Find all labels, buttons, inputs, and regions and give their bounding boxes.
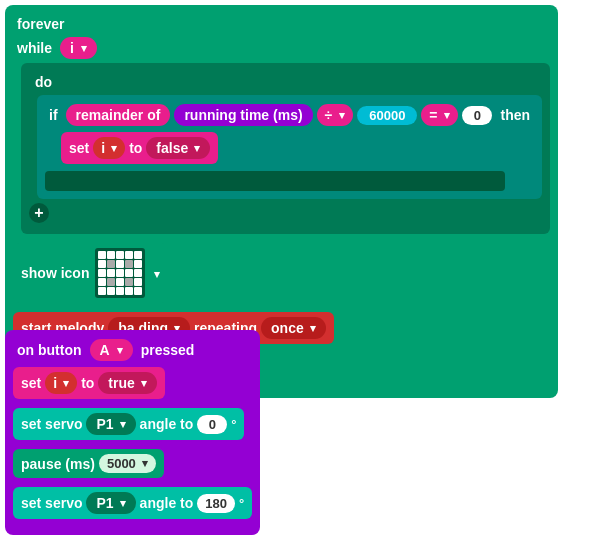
if-bottom-bar xyxy=(45,171,505,191)
do-label: do xyxy=(29,72,58,92)
on-button-block: on button A pressed set i to true set se… xyxy=(5,330,260,535)
once-dropdown[interactable]: once xyxy=(261,317,326,339)
forever-title-row: forever xyxy=(13,14,550,34)
angle-180-value[interactable]: 180 xyxy=(197,494,235,513)
forever-label: forever xyxy=(13,14,68,34)
angle-0-value[interactable]: 0 xyxy=(197,415,227,434)
if-block: if remainder of running time (ms) ÷ 6000… xyxy=(37,95,542,199)
icon-grid[interactable] xyxy=(95,248,145,298)
plus-row: + xyxy=(29,203,542,223)
while-label: while xyxy=(13,38,56,58)
if-row: if remainder of running time (ms) ÷ 6000… xyxy=(45,104,534,126)
servo-0-block: set servo P1 angle to 0 ° xyxy=(13,408,244,440)
equals-operator[interactable]: = xyxy=(421,104,458,126)
show-icon-row: show icon xyxy=(13,240,550,306)
set-block: set i to false xyxy=(61,132,218,164)
add-block-button[interactable]: + xyxy=(29,203,49,223)
servo-0-row: set servo P1 angle to 0 ° xyxy=(13,405,252,443)
servo-p1-dropdown[interactable]: P1 xyxy=(86,413,135,435)
pause-on-button-value[interactable]: 5000 xyxy=(99,454,156,473)
i-var-on-button[interactable]: i xyxy=(45,372,77,394)
servo-p1-dropdown-2[interactable]: P1 xyxy=(86,492,135,514)
running-time-pill: running time (ms) xyxy=(174,104,312,126)
on-label: on button xyxy=(13,340,86,360)
set-false-row: set i to false xyxy=(61,129,534,167)
on-button-title-row: on button A pressed xyxy=(13,339,252,361)
button-a-dropdown[interactable]: A xyxy=(90,339,133,361)
set-true-row: set i to true xyxy=(13,364,252,402)
pause-on-button-block: pause (ms) 5000 xyxy=(13,449,164,478)
true-value[interactable]: true xyxy=(98,372,156,394)
do-row: do xyxy=(29,72,542,92)
servo-180-row: set servo P1 angle to 180 ° xyxy=(13,484,252,522)
servo-180-block: set servo P1 angle to 180 ° xyxy=(13,487,252,519)
if-label: if xyxy=(45,105,62,125)
equals-value[interactable]: 0 xyxy=(462,106,492,125)
pressed-label: pressed xyxy=(137,340,199,360)
set-true-block: set i to true xyxy=(13,367,165,399)
divisor-value[interactable]: 60000 xyxy=(357,106,417,125)
false-value[interactable]: false xyxy=(146,137,210,159)
i-var-set[interactable]: i xyxy=(93,137,125,159)
do-block: do if remainder of running time (ms) ÷ 6… xyxy=(21,63,550,234)
remainder-pill: remainder of xyxy=(66,104,171,126)
pause-on-button-row: pause (ms) 5000 xyxy=(13,446,252,481)
degree-0: ° xyxy=(231,417,236,432)
divide-operator[interactable]: ÷ xyxy=(317,104,354,126)
degree-180: ° xyxy=(239,496,244,511)
while-row: while i xyxy=(13,37,550,59)
show-icon-block: show icon xyxy=(13,243,168,303)
i-dropdown-while[interactable]: i xyxy=(60,37,97,59)
then-label: then xyxy=(496,105,534,125)
show-icon-dropdown[interactable] xyxy=(151,265,160,281)
